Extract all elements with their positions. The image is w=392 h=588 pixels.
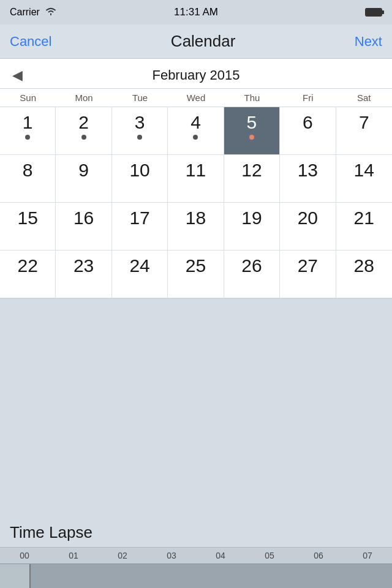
event-dot [81, 135, 86, 140]
nav-title: Calendar [171, 32, 236, 51]
calendar-day-18[interactable]: 18 [168, 203, 224, 251]
event-dot [25, 135, 30, 140]
calendar-week-4: 22 23 24 25 26 27 28 [0, 251, 392, 298]
event-dot [137, 135, 142, 140]
calendar-day-4[interactable]: 4 [168, 107, 224, 155]
calendar-day-12[interactable]: 12 [224, 155, 280, 203]
time-slider-handle [0, 564, 31, 588]
prev-month-button[interactable]: ◀ [12, 67, 23, 83]
cancel-button[interactable]: Cancel [10, 34, 51, 50]
calendar-day-9[interactable]: 9 [56, 155, 111, 203]
calendar-day-21[interactable]: 21 [336, 203, 392, 251]
calendar-day-23[interactable]: 23 [56, 251, 111, 298]
calendar-day-28[interactable]: 28 [336, 251, 392, 298]
calendar-day-14[interactable]: 14 [336, 155, 392, 203]
time-lapse-section: Time Lapse 00 01 02 03 04 05 06 07 [0, 516, 392, 588]
day-header-tue: Tue [112, 89, 168, 107]
day-header-mon: Mon [56, 89, 111, 107]
month-navigation: ◀ February 2015 [0, 59, 392, 88]
calendar-day-17[interactable]: 17 [112, 203, 168, 251]
next-button[interactable]: Next [355, 34, 382, 50]
calendar-day-24[interactable]: 24 [112, 251, 168, 298]
event-dot-selected [249, 135, 254, 140]
time-slider-track[interactable] [0, 564, 392, 588]
event-dot [193, 135, 198, 140]
tick-6: 06 [294, 551, 343, 560]
calendar-day-20[interactable]: 20 [280, 203, 336, 251]
calendar-day-27[interactable]: 27 [280, 251, 336, 298]
day-headers: Sun Mon Tue Wed Thu Fri Sat [0, 88, 392, 107]
tick-4: 04 [196, 551, 245, 560]
calendar-day-11[interactable]: 11 [168, 155, 224, 203]
day-header-sun: Sun [0, 89, 56, 107]
tick-3: 03 [147, 551, 196, 560]
calendar-week-2: 8 9 10 11 12 13 14 [0, 155, 392, 203]
day-header-wed: Wed [168, 89, 224, 107]
calendar-day-25[interactable]: 25 [168, 251, 224, 298]
day-header-fri: Fri [280, 89, 336, 107]
tick-2: 02 [98, 551, 147, 560]
calendar-day-8[interactable]: 8 [0, 155, 56, 203]
calendar-day-19[interactable]: 19 [224, 203, 280, 251]
calendar-day-7[interactable]: 7 [336, 107, 392, 155]
calendar-week-3: 15 16 17 18 19 20 21 [0, 203, 392, 251]
calendar: ◀ February 2015 Sun Mon Tue Wed Thu Fri … [0, 59, 392, 299]
calendar-week-1: 1 2 3 4 5 6 7 [0, 107, 392, 155]
calendar-day-2[interactable]: 2 [56, 107, 111, 155]
battery-icon [365, 8, 382, 17]
day-header-sat: Sat [336, 89, 392, 107]
tick-1: 01 [49, 551, 98, 560]
calendar-day-1[interactable]: 1 [0, 107, 56, 155]
day-header-thu: Thu [224, 89, 280, 107]
navigation-bar: Cancel Calendar Next [0, 24, 392, 59]
status-time: 11:31 AM [174, 6, 218, 18]
calendar-day-16[interactable]: 16 [56, 203, 111, 251]
calendar-day-3[interactable]: 3 [112, 107, 168, 155]
carrier-text: Carrier [10, 7, 40, 18]
calendar-day-13[interactable]: 13 [280, 155, 336, 203]
lower-area [0, 299, 392, 446]
calendar-day-15[interactable]: 15 [0, 203, 56, 251]
time-scale: 00 01 02 03 04 05 06 07 [0, 547, 392, 564]
calendar-day-6[interactable]: 6 [280, 107, 336, 155]
status-carrier: Carrier [10, 7, 57, 18]
status-bar: Carrier 11:31 AM [0, 0, 392, 24]
calendar-day-5[interactable]: 5 [224, 107, 280, 155]
calendar-day-26[interactable]: 26 [224, 251, 280, 298]
time-lapse-label: Time Lapse [0, 516, 392, 547]
wifi-icon [45, 7, 57, 18]
tick-0: 00 [0, 551, 49, 560]
calendar-day-10[interactable]: 10 [112, 155, 168, 203]
tick-7: 07 [343, 551, 392, 560]
month-title: February 2015 [152, 67, 239, 83]
tick-5: 05 [245, 551, 294, 560]
calendar-day-22[interactable]: 22 [0, 251, 56, 298]
status-battery [365, 8, 382, 17]
